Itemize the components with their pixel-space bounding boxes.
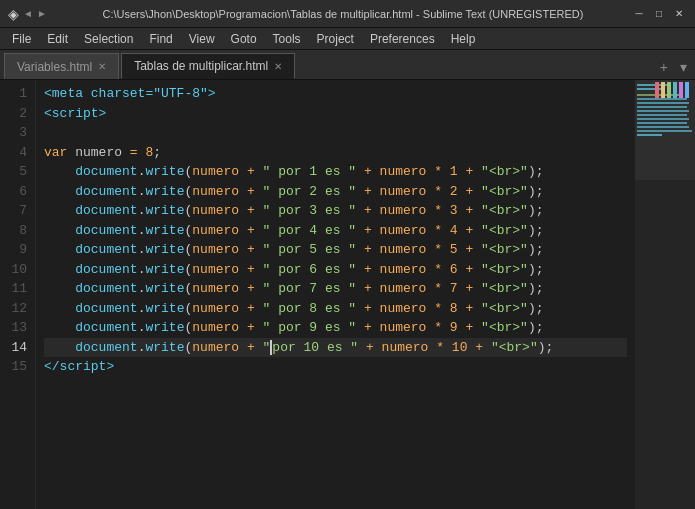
menu-preferences[interactable]: Preferences bbox=[362, 30, 443, 48]
line-num-13: 13 bbox=[8, 318, 27, 338]
menu-tools[interactable]: Tools bbox=[265, 30, 309, 48]
line-num-3: 3 bbox=[8, 123, 27, 143]
minimize-button[interactable]: ─ bbox=[631, 6, 647, 22]
line-num-6: 6 bbox=[8, 182, 27, 202]
code-line-1: <meta charset="UTF-8"> bbox=[44, 84, 627, 104]
line-num-2: 2 bbox=[8, 104, 27, 124]
code-line-8: document.write(numero + " por 4 es " + n… bbox=[44, 221, 627, 241]
line-num-10: 10 bbox=[8, 260, 27, 280]
line-numbers: 1 2 3 4 5 6 7 8 9 10 11 12 13 14 15 bbox=[0, 80, 36, 509]
nav-back[interactable]: ◄ bbox=[23, 8, 33, 19]
menu-find[interactable]: Find bbox=[141, 30, 180, 48]
code-line-9: document.write(numero + " por 5 es " + n… bbox=[44, 240, 627, 260]
tab-tablas-label: Tablas de multiplicar.html bbox=[134, 59, 268, 73]
code-line-11: document.write(numero + " por 7 es " + n… bbox=[44, 279, 627, 299]
code-line-5: document.write(numero + " por 1 es " + n… bbox=[44, 162, 627, 182]
tab-tablas[interactable]: Tablas de multiplicar.html ✕ bbox=[121, 53, 295, 79]
menu-goto[interactable]: Goto bbox=[223, 30, 265, 48]
tab-actions: + ▾ bbox=[656, 59, 691, 79]
svg-rect-16 bbox=[661, 82, 665, 98]
menu-help[interactable]: Help bbox=[443, 30, 484, 48]
tab-add-button[interactable]: + bbox=[656, 59, 672, 75]
editor: 1 2 3 4 5 6 7 8 9 10 11 12 13 14 15 <met… bbox=[0, 80, 695, 509]
code-line-10: document.write(numero + " por 6 es " + n… bbox=[44, 260, 627, 280]
app-icon-area: ◈ ◄ ► bbox=[8, 6, 47, 22]
menu-file[interactable]: File bbox=[4, 30, 39, 48]
tab-tablas-close[interactable]: ✕ bbox=[274, 61, 282, 72]
code-area[interactable]: <meta charset="UTF-8"> <script> var nume… bbox=[36, 80, 635, 509]
tab-variables[interactable]: Variables.html ✕ bbox=[4, 53, 119, 79]
window-title: C:\Users\Jhon\Desktop\Programacion\Tabla… bbox=[55, 8, 631, 20]
code-line-7: document.write(numero + " por 3 es " + n… bbox=[44, 201, 627, 221]
line-num-11: 11 bbox=[8, 279, 27, 299]
line-num-12: 12 bbox=[8, 299, 27, 319]
menu-project[interactable]: Project bbox=[309, 30, 362, 48]
minimap-top-bar bbox=[635, 80, 695, 100]
tabbar: Variables.html ✕ Tablas de multiplicar.h… bbox=[0, 50, 695, 80]
minimap-visualization bbox=[635, 80, 695, 509]
nav-forward[interactable]: ► bbox=[37, 8, 47, 19]
app-icon: ◈ bbox=[8, 6, 19, 22]
svg-rect-18 bbox=[673, 82, 677, 98]
tab-variables-close[interactable]: ✕ bbox=[98, 61, 106, 72]
code-line-2: <script> bbox=[44, 104, 627, 124]
titlebar: ◈ ◄ ► C:\Users\Jhon\Desktop\Programacion… bbox=[0, 0, 695, 28]
close-button[interactable]: ✕ bbox=[671, 6, 687, 22]
code-line-4: var numero = 8; bbox=[44, 143, 627, 163]
code-line-15: </script> bbox=[44, 357, 627, 377]
line-num-15: 15 bbox=[8, 357, 27, 377]
menu-view[interactable]: View bbox=[181, 30, 223, 48]
menu-selection[interactable]: Selection bbox=[76, 30, 141, 48]
maximize-button[interactable]: □ bbox=[651, 6, 667, 22]
code-line-12: document.write(numero + " por 8 es " + n… bbox=[44, 299, 627, 319]
code-line-6: document.write(numero + " por 2 es " + n… bbox=[44, 182, 627, 202]
minimap bbox=[635, 80, 695, 509]
code-line-13: document.write(numero + " por 9 es " + n… bbox=[44, 318, 627, 338]
window-controls: ─ □ ✕ bbox=[631, 6, 687, 22]
tab-variables-label: Variables.html bbox=[17, 60, 92, 74]
svg-rect-17 bbox=[667, 82, 671, 98]
code-line-14: document.write(numero + "por 10 es " + n… bbox=[44, 338, 627, 358]
menubar: File Edit Selection Find View Goto Tools… bbox=[0, 28, 695, 50]
line-num-7: 7 bbox=[8, 201, 27, 221]
code-line-3 bbox=[44, 123, 627, 143]
line-num-4: 4 bbox=[8, 143, 27, 163]
svg-rect-19 bbox=[679, 82, 683, 98]
menu-edit[interactable]: Edit bbox=[39, 30, 76, 48]
svg-rect-20 bbox=[685, 82, 689, 98]
line-num-8: 8 bbox=[8, 221, 27, 241]
line-num-14: 14 bbox=[8, 338, 27, 358]
svg-rect-15 bbox=[655, 82, 659, 98]
line-num-9: 9 bbox=[8, 240, 27, 260]
line-num-5: 5 bbox=[8, 162, 27, 182]
line-num-1: 1 bbox=[8, 84, 27, 104]
tab-overflow-button[interactable]: ▾ bbox=[676, 59, 691, 75]
